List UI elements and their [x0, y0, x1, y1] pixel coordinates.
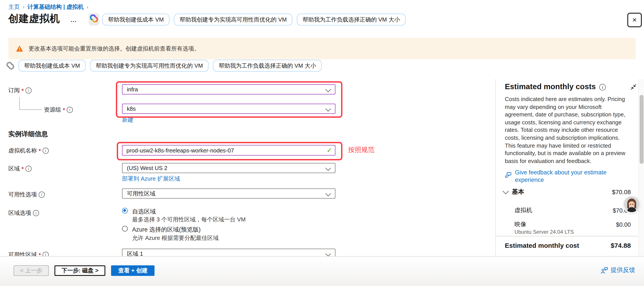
checkmark-icon: ✓ — [326, 146, 332, 154]
info-icon[interactable]: i — [26, 166, 32, 172]
panel-divider — [495, 79, 496, 256]
cost-group-name: 基本 — [512, 188, 524, 196]
inline-copilot-chips: 帮助我创建低成本 VM 帮助我创建专为实现高可用性而优化的 VM 帮助我为工作负… — [6, 60, 322, 72]
next-disks-button[interactable]: 下一步: 磁盘 > — [54, 265, 105, 276]
info-icon[interactable]: i — [67, 107, 73, 113]
footer: < 上一步 下一步: 磁盘 > 查看 + 创建 提供反馈 — [0, 256, 644, 286]
required-mark: * — [63, 107, 65, 113]
chevron-down-icon — [325, 106, 331, 111]
radio-description: 允许 Azure 根据需要分配最佳区域 — [132, 234, 218, 242]
zone-options-label: 区域选项 i — [8, 209, 39, 217]
chip-high-availability-vm[interactable]: 帮助我创建专为实现高可用性而优化的 VM — [174, 14, 292, 26]
footer-buttons: < 上一步 下一步: 磁盘 > 查看 + 创建 — [14, 265, 154, 276]
subscription-dropdown[interactable]: infra — [122, 84, 336, 94]
estimate-feedback-link[interactable]: Give feedback about your estimate experi… — [505, 169, 620, 184]
cost-group-amount: $70.08 — [612, 188, 631, 195]
header-copilot-chips: 帮助我创建低成本 VM 帮助我创建专为实现高可用性而优化的 VM 帮助我为工作负… — [102, 14, 406, 26]
cost-total-divider — [496, 236, 640, 236]
chevron-down-icon — [503, 188, 509, 194]
region-value: (US) West US 2 — [127, 165, 167, 171]
chip-low-cost-vm[interactable]: 帮助我创建低成本 VM — [102, 14, 170, 26]
chip-right-vm-size[interactable]: 帮助我为工作负载选择正确的 VM 大小 — [213, 60, 322, 72]
warning-icon — [16, 45, 23, 52]
cost-total-row: Estimated monthly cost $74.88 — [505, 242, 631, 249]
chip-high-availability-vm[interactable]: 帮助我创建专为实现高可用性而优化的 VM — [90, 60, 208, 72]
breadcrumb: 主页 › 计算基础结构 | 虚拟机 › — [8, 3, 88, 11]
resource-group-label: 资源组 * i — [44, 106, 73, 114]
subscription-value: infra — [127, 86, 138, 93]
create-new-link[interactable]: 新建 — [122, 116, 134, 124]
give-feedback-link[interactable]: 提供反馈 — [600, 266, 635, 274]
radio-self-selected-zones[interactable] — [122, 208, 128, 213]
subscription-label: 订阅 * i — [8, 87, 32, 94]
cost-panel-title: Estimated monthly costs i — [505, 82, 606, 91]
copilot-outline-icon — [6, 62, 14, 69]
cost-item-image-sub: Ubuntu Server 24.04 LTS — [514, 229, 574, 235]
cost-disclaimer: Costs indicated here are estimates only.… — [505, 95, 627, 165]
page-title: 创建虚拟机 — [8, 12, 60, 26]
close-icon: ✕ — [632, 17, 637, 23]
feedback-bubbles-icon — [505, 171, 512, 184]
breadcrumb-home[interactable]: 主页 — [8, 3, 20, 11]
availability-options-label: 可用性选项 i — [8, 191, 45, 199]
annotation-text: 按照规范 — [348, 146, 374, 154]
region-dropdown[interactable]: (US) West US 2 — [122, 163, 336, 173]
cost-item-vm: 虚拟机 $70.08 — [514, 206, 631, 214]
info-icon[interactable]: i — [599, 84, 606, 91]
resource-group-value: k8s — [127, 105, 136, 112]
chevron-down-icon — [325, 87, 331, 92]
close-button[interactable]: ✕ — [627, 13, 642, 27]
chevron-down-icon — [325, 165, 331, 171]
required-mark: * — [22, 87, 24, 94]
chevron-down-icon — [325, 191, 331, 196]
warning-text: 更改基本选项可能会重置所做的选择。创建虚拟机前查看所有选项。 — [28, 45, 200, 53]
radio-label[interactable]: Azure 选择的区域(预览版) — [132, 226, 200, 234]
create-vm-blade: 主页 › 计算基础结构 | 虚拟机 › 创建虚拟机 … 帮助我创 — [0, 0, 644, 286]
chip-right-vm-size[interactable]: 帮助我为工作负载选择正确的 VM 大小 — [297, 14, 406, 26]
radio-azure-selected-zones[interactable] — [122, 226, 128, 231]
info-icon[interactable]: i — [33, 210, 39, 216]
cost-group-basic[interactable]: 基本 $70.08 — [504, 188, 631, 196]
breadcrumb-separator: › — [23, 5, 24, 10]
info-icon[interactable]: i — [39, 192, 45, 198]
breadcrumb-separator: › — [87, 5, 88, 10]
radio-label[interactable]: 自选区域 — [132, 208, 156, 216]
radio-description: 最多选择 3 个可用性区域，每个区域一台 VM — [132, 216, 246, 224]
availability-options-value: 可用性区域 — [127, 190, 156, 197]
warning-banner: 更改基本选项可能会重置所做的选择。创建虚拟机前查看所有选项。 — [8, 38, 636, 59]
info-icon[interactable]: i — [26, 87, 32, 94]
person-feedback-icon — [600, 266, 608, 274]
breadcrumb-current[interactable]: 计算基础结构 | 虚拟机 — [28, 3, 84, 11]
avatar[interactable] — [624, 196, 640, 212]
vm-name-label: 虚拟机名称 * i — [8, 147, 49, 155]
region-label: 区域 * i — [8, 165, 32, 173]
tree-connector-horizontal — [19, 109, 42, 110]
vm-name-input[interactable] — [122, 145, 336, 156]
copilot-icon — [90, 15, 98, 24]
required-mark: * — [22, 165, 24, 172]
info-icon[interactable]: i — [42, 148, 49, 154]
copilot-button[interactable] — [89, 13, 99, 26]
availability-options-dropdown[interactable]: 可用性区域 — [122, 188, 336, 199]
tree-connector-vertical — [19, 97, 20, 109]
more-menu-button[interactable]: … — [70, 16, 77, 23]
required-mark: * — [39, 147, 41, 154]
previous-button[interactable]: < 上一步 — [14, 265, 49, 276]
cost-item-image: 映像 $0.00 — [514, 220, 631, 228]
chevron-down-icon — [325, 251, 331, 256]
scrollbar-thumb[interactable] — [640, 95, 644, 164]
review-create-button[interactable]: 查看 + 创建 — [111, 265, 155, 276]
extended-zones-link[interactable]: 部署到 Azure 扩展区域 — [122, 175, 180, 183]
collapse-panel-icon[interactable] — [630, 84, 636, 92]
chip-low-cost-vm[interactable]: 帮助我创建低成本 VM — [18, 60, 86, 72]
instance-details-heading: 实例详细信息 — [8, 130, 48, 138]
resource-group-dropdown[interactable]: k8s — [122, 104, 336, 114]
